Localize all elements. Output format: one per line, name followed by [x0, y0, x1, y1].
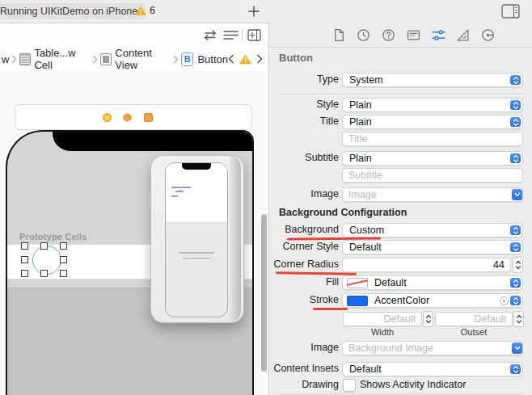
stroke-outset-stepper[interactable]	[513, 311, 524, 327]
device-preview-window[interactable]	[150, 155, 244, 323]
view-controller-icon[interactable]	[103, 113, 112, 122]
selection-handle[interactable]	[60, 242, 67, 250]
exit-icon[interactable]	[144, 113, 153, 122]
preview-screen	[165, 162, 228, 317]
quick-help-inspector-icon[interactable]	[382, 28, 395, 42]
fill-color-popup[interactable]: Default	[342, 275, 523, 290]
selection-handle[interactable]	[21, 242, 28, 250]
new-tab-plus-icon[interactable]	[248, 6, 260, 17]
selection-handle[interactable]	[40, 242, 48, 250]
shows-activity-indicator-label: Shows Activity Indicator	[360, 379, 466, 390]
notch-icon	[182, 163, 211, 170]
chevron-right-icon	[92, 55, 98, 64]
navigation-bar-area[interactable]	[53, 132, 252, 151]
inspector-header: Button	[279, 52, 313, 64]
type-popup[interactable]: System	[342, 73, 523, 87]
breadcrumb: w Table...w Cell Content View B Button	[0, 47, 268, 72]
subtitle-label: Subtitle	[269, 151, 339, 165]
style-label: Style	[269, 98, 339, 111]
selection-handle[interactable]	[60, 256, 67, 263]
attributes-inspector-icon[interactable]	[432, 28, 445, 42]
stroke-color-popup[interactable]: AccentColor	[342, 293, 523, 308]
device-frame-edge	[230, 156, 241, 322]
width-sublabel: Width	[343, 327, 422, 337]
storyboard-canvas[interactable]: Prototype Cells	[0, 71, 268, 395]
corner-style-popup[interactable]: Default	[342, 240, 523, 254]
breadcrumb-item-button[interactable]: Button	[197, 53, 228, 65]
toggle-inspector-panel-icon[interactable]	[501, 4, 520, 19]
background-image-combo-input[interactable]	[342, 341, 523, 355]
corner-radius-input[interactable]	[342, 258, 511, 272]
content-insets-popup[interactable]: Default	[342, 362, 523, 376]
fill-label: Fill	[269, 275, 339, 289]
title-label: Title	[269, 115, 339, 128]
title-style-popup[interactable]: Plain	[342, 115, 523, 129]
popup-stepper-icon	[510, 278, 521, 288]
warning-icon	[135, 6, 146, 15]
previous-issue-icon[interactable]	[228, 54, 234, 64]
breadcrumb-item-content-view[interactable]: Content View	[115, 47, 171, 71]
style-popup[interactable]: Plain	[342, 98, 523, 112]
image-combo-input[interactable]	[342, 187, 523, 202]
prototype-cells-label: Prototype Cells	[19, 232, 87, 242]
first-responder-icon[interactable]	[123, 113, 132, 122]
table-cell-icon	[19, 53, 31, 65]
chevron-right-icon	[11, 55, 17, 64]
connections-inspector-icon[interactable]	[481, 28, 495, 42]
scene-dock-bar	[15, 104, 252, 130]
popup-stepper-icon	[510, 364, 521, 374]
shows-activity-indicator-checkbox[interactable]	[343, 379, 356, 392]
corner-radius-stepper[interactable]	[513, 257, 523, 273]
popup-stepper-icon	[510, 75, 521, 85]
next-issue-icon[interactable]	[256, 54, 263, 64]
background-image-label: Image	[269, 341, 339, 355]
issues-badge[interactable]: 6	[135, 5, 155, 16]
run-status-pill[interactable]: Running UIKitDemo on iPhone	[0, 3, 146, 19]
history-inspector-icon[interactable]	[357, 28, 370, 42]
preview-link-line	[171, 195, 178, 197]
content-view-icon	[100, 53, 112, 65]
selection-handle[interactable]	[21, 256, 28, 263]
size-inspector-icon[interactable]	[456, 28, 470, 42]
preview-navbar	[166, 163, 227, 223]
preview-placeholder-line	[179, 252, 214, 254]
breadcrumb-item-clipped[interactable]: w	[2, 53, 9, 65]
popup-stepper-icon	[510, 117, 521, 127]
add-editor-icon[interactable]	[247, 29, 261, 41]
title-input[interactable]	[342, 132, 523, 146]
stroke-options-icon[interactable]	[500, 296, 509, 305]
title-bar: Running UIKitDemo on iPhone 6	[0, 0, 532, 23]
popup-stepper-icon	[510, 242, 521, 252]
breadcrumb-item-table-cell[interactable]: Table...w Cell	[34, 47, 90, 71]
subtitle-input[interactable]	[342, 168, 523, 183]
inspector-tab-bar	[269, 23, 532, 48]
corner-style-label: Corner Style	[269, 240, 339, 254]
selection-handle[interactable]	[21, 270, 28, 277]
accent-color-swatch	[347, 296, 368, 306]
stroke-width-stepper[interactable]	[423, 311, 433, 327]
stroke-outset-input[interactable]	[435, 312, 513, 326]
editor-options-icon[interactable]	[223, 30, 239, 40]
background-popup[interactable]: Custom	[342, 223, 523, 237]
attributes-inspector-panel: Button Type System Style Plain Title Pla…	[268, 23, 532, 395]
selection-handle[interactable]	[40, 270, 48, 277]
canvas-scrollbar[interactable]	[261, 214, 267, 372]
swap-editors-icon[interactable]	[203, 30, 217, 40]
divider	[277, 393, 525, 394]
selection-handle[interactable]	[60, 270, 67, 277]
stroke-label: Stroke	[269, 293, 339, 307]
stroke-width-input[interactable]	[343, 312, 422, 326]
chevron-right-icon	[173, 55, 179, 64]
subtitle-style-popup[interactable]: Plain	[342, 151, 523, 166]
editor-toolbar	[0, 23, 268, 47]
button-object-icon: B	[181, 53, 193, 66]
drawing-label: Drawing	[269, 378, 339, 392]
background-configuration-section-header: Background Configuration	[279, 207, 407, 218]
identity-inspector-icon[interactable]	[407, 28, 420, 42]
file-inspector-icon[interactable]	[332, 28, 346, 42]
combo-chevron-icon[interactable]	[512, 189, 522, 200]
popup-stepper-icon	[510, 153, 521, 163]
combo-chevron-icon[interactable]	[512, 342, 522, 354]
type-label: Type	[269, 73, 339, 86]
annotation-underline-stroke	[313, 308, 348, 310]
